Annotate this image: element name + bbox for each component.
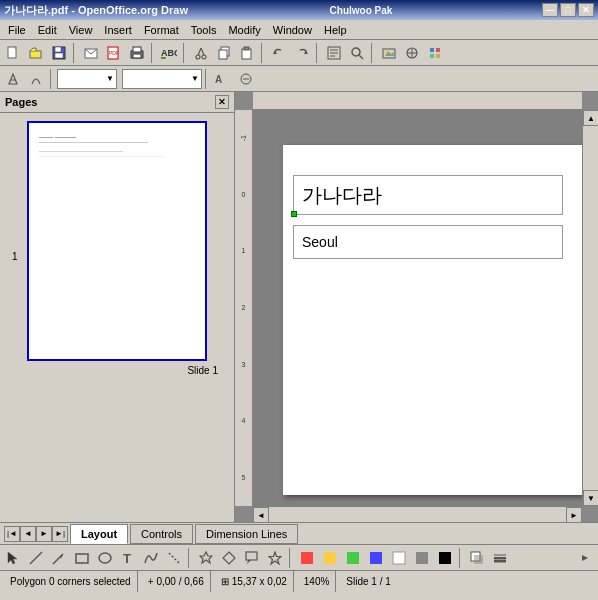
bezier-tool[interactable] — [140, 547, 162, 569]
titlebar-title: 가나다라.pdf - OpenOffice.org Draw — [4, 3, 188, 18]
color5-btn[interactable] — [388, 547, 410, 569]
paste-button[interactable] — [236, 42, 258, 64]
flowchart-tool[interactable] — [218, 547, 240, 569]
tb2-btn2[interactable] — [25, 68, 47, 90]
menu-item-modify[interactable]: Modify — [222, 20, 266, 39]
tab-layout[interactable]: Layout — [70, 524, 128, 544]
svg-marker-44 — [8, 552, 17, 564]
scroll-right-button[interactable]: ► — [566, 507, 582, 522]
svg-rect-60 — [370, 552, 382, 564]
menu-item-file[interactable]: File — [2, 20, 32, 39]
ruler-left: -1 0 1 2 3 4 5 — [235, 110, 253, 506]
email-button[interactable] — [80, 42, 102, 64]
menu-item-tools[interactable]: Tools — [185, 20, 223, 39]
sep2 — [151, 43, 155, 63]
select-tool[interactable] — [2, 547, 24, 569]
arrow-line-tool[interactable] — [48, 547, 70, 569]
pages-close-button[interactable]: ✕ — [215, 95, 229, 109]
slide-page[interactable]: 가나다라 Seoul — [283, 145, 582, 495]
scroll-down-button[interactable]: ▼ — [583, 490, 598, 506]
slide-thumb-content: —— ——— ———————————— — [39, 133, 195, 160]
callout-tool[interactable] — [241, 547, 263, 569]
ruler-top: -1 . 1 2 3 4 5 — [253, 92, 582, 110]
close-button[interactable]: ✕ — [578, 3, 594, 17]
menu-item-window[interactable]: Window — [267, 20, 318, 39]
tb2-btn1[interactable] — [2, 68, 24, 90]
color1-btn[interactable] — [296, 547, 318, 569]
main-area: Pages ✕ 1 —— ——— ———————————— Slide 1 -1 — [0, 92, 598, 522]
undo-button[interactable] — [268, 42, 290, 64]
menu-item-help[interactable]: Help — [318, 20, 353, 39]
zoom-section[interactable]: 140% — [298, 571, 337, 592]
svg-marker-56 — [269, 552, 281, 564]
text-tool[interactable]: T — [117, 547, 139, 569]
zoom-value: 140% — [304, 576, 330, 587]
menu-item-edit[interactable]: Edit — [32, 20, 63, 39]
textbox1[interactable]: 가나다라 — [293, 175, 563, 215]
gallery-button[interactable] — [378, 42, 400, 64]
tab-last-button[interactable]: ►| — [52, 526, 68, 542]
color7-btn[interactable] — [434, 547, 456, 569]
navigator-button[interactable] — [323, 42, 345, 64]
copy-button[interactable] — [213, 42, 235, 64]
textbox2[interactable]: Seoul — [293, 225, 563, 259]
scrollbar-vertical[interactable]: ▲ ▼ — [582, 110, 598, 506]
ruler-left-1: 1 — [242, 247, 246, 254]
menu-item-insert[interactable]: Insert — [98, 20, 138, 39]
open-button[interactable] — [25, 42, 47, 64]
tb2-btn3[interactable]: A — [212, 68, 234, 90]
save-button[interactable] — [48, 42, 70, 64]
svg-point-13 — [196, 55, 200, 59]
tab-next-button[interactable]: ► — [36, 526, 52, 542]
stars-tool[interactable] — [264, 547, 286, 569]
sep6 — [371, 43, 375, 63]
scroll-left-button[interactable]: ◄ — [253, 507, 269, 522]
tb2-btn4[interactable] — [235, 68, 257, 90]
color4-btn[interactable] — [365, 547, 387, 569]
color2-btn[interactable] — [319, 547, 341, 569]
cut-button[interactable] — [190, 42, 212, 64]
ext2-button[interactable] — [424, 42, 446, 64]
line-tool[interactable] — [25, 547, 47, 569]
shadow-btn[interactable] — [466, 547, 488, 569]
svg-rect-36 — [436, 48, 440, 52]
menu-item-format[interactable]: Format — [138, 20, 185, 39]
svg-marker-69 — [582, 555, 588, 561]
new-button[interactable] — [2, 42, 24, 64]
color6-btn[interactable] — [411, 547, 433, 569]
svg-point-27 — [352, 48, 360, 56]
spellcheck-button[interactable]: ABC — [158, 42, 180, 64]
connector-tool[interactable] — [163, 547, 185, 569]
canvas-area: -1 . 1 2 3 4 5 -1 0 1 2 3 4 5 ▲ ▼ — [235, 92, 598, 522]
tab-controls[interactable]: Controls — [130, 524, 193, 544]
pages-content: 1 —— ——— ———————————— Slide 1 — [0, 113, 234, 522]
scroll-up-button[interactable]: ▲ — [583, 110, 598, 126]
ext1-button[interactable] — [401, 42, 423, 64]
maximize-button[interactable]: □ — [560, 3, 576, 17]
tab-prev-button[interactable]: ◄ — [20, 526, 36, 542]
print-button[interactable] — [126, 42, 148, 64]
rect-tool[interactable] — [71, 547, 93, 569]
scrollbar-horizontal[interactable]: ◄ ► — [253, 506, 582, 522]
effects-tool[interactable] — [195, 547, 217, 569]
color3-btn[interactable] — [342, 547, 364, 569]
expand-button[interactable] — [574, 547, 596, 569]
draw-toolbar: T — [0, 544, 598, 570]
find-button[interactable] — [346, 42, 368, 64]
ellipse-tool[interactable] — [94, 547, 116, 569]
slide-thumbnail[interactable]: —— ——— ———————————— — [27, 121, 207, 361]
redo-button[interactable] — [291, 42, 313, 64]
tab-dimension-lines[interactable]: Dimension Lines — [195, 524, 298, 544]
svg-text:ABC: ABC — [161, 48, 177, 58]
slide-count: Slide 1 / 1 — [346, 576, 390, 587]
dropdown2[interactable]: ▼ — [122, 69, 202, 89]
dropdown1[interactable]: ▼ — [57, 69, 117, 89]
tab-first-button[interactable]: |◄ — [4, 526, 20, 542]
status-text: Polygon 0 corners selected — [10, 576, 131, 587]
menu-item-view[interactable]: View — [63, 20, 99, 39]
minimize-button[interactable]: — — [542, 3, 558, 17]
svg-rect-65 — [474, 555, 483, 564]
linestyle-btn[interactable] — [489, 547, 511, 569]
pdf-button[interactable]: PDF — [103, 42, 125, 64]
slide-canvas: 가나다라 Seoul — [253, 110, 582, 506]
